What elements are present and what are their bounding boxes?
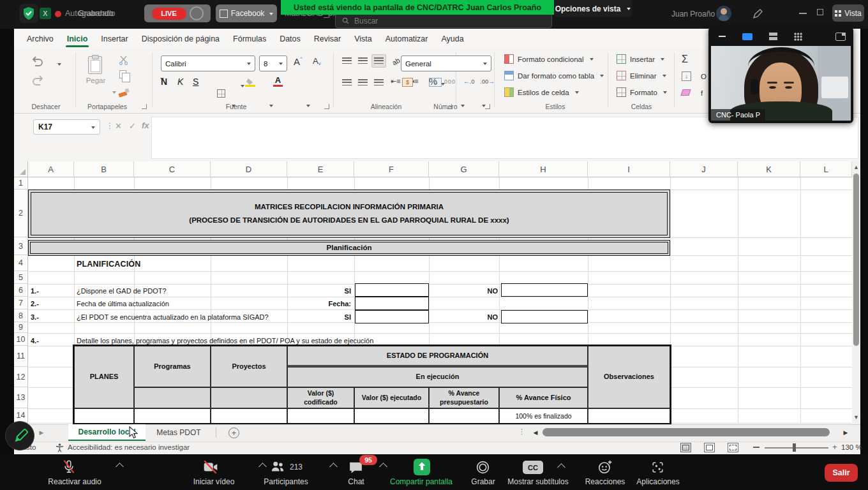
restore-window-icon[interactable] <box>817 9 823 15</box>
table-header-avance-presupuestario[interactable]: % Avance presupuestario <box>429 387 499 408</box>
tab-ayuda[interactable]: Ayuda <box>440 31 465 47</box>
hscroll-left-arrow[interactable]: ◀ <box>531 428 540 437</box>
paste-icon[interactable] <box>87 55 103 74</box>
q3-si-input[interactable] <box>355 310 429 323</box>
table-cell-h14-note[interactable]: 100% es finalizado <box>499 408 588 424</box>
live-stream-pill[interactable]: LIVE <box>144 4 211 22</box>
undo-icon[interactable] <box>31 55 45 66</box>
accounting-format-icon[interactable]: $ <box>402 78 413 87</box>
annotation-pencil-fab[interactable] <box>5 421 34 450</box>
captions-caret[interactable] <box>557 463 565 471</box>
unmute-button[interactable]: Reactivar audio <box>24 454 126 490</box>
name-box[interactable]: K17 <box>33 119 100 135</box>
table-cell-f14[interactable] <box>354 408 429 424</box>
view-mode-button[interactable]: Vista <box>832 4 864 22</box>
copy-icon[interactable] <box>119 70 126 78</box>
tab-datos[interactable]: Datos <box>278 31 302 47</box>
vertical-scroll-thumb[interactable] <box>853 174 859 346</box>
redo-icon[interactable] <box>31 74 45 85</box>
scroll-up-arrow[interactable]: ▲ <box>852 163 860 171</box>
select-all-corner[interactable] <box>14 161 28 177</box>
format-painter-icon[interactable] <box>117 86 130 98</box>
zoom-slider-thumb[interactable] <box>793 443 796 452</box>
facebook-stream-button[interactable]: Facebook <box>216 4 277 22</box>
cut-icon[interactable] <box>119 56 130 65</box>
hscroll-right-arrow[interactable]: ▶ <box>841 428 850 437</box>
tab-disposicion[interactable]: Disposición de página <box>140 31 221 47</box>
table-header-empty1[interactable] <box>134 387 211 408</box>
tab-inicio[interactable]: Inicio <box>66 31 89 47</box>
table-cell-c14[interactable] <box>134 408 211 424</box>
stack-view-icon[interactable] <box>769 33 777 40</box>
conditional-formatting-button[interactable]: Formato condicional <box>504 54 594 64</box>
decrease-font-icon[interactable]: Av <box>313 56 321 66</box>
format-as-table-button[interactable]: Dar formato como tabla <box>504 71 604 80</box>
tab-vista[interactable]: Vista <box>353 31 373 47</box>
audio-options-caret[interactable] <box>116 463 124 471</box>
apps-button[interactable]: Aplicaciones <box>620 454 696 490</box>
zoom-level[interactable]: 130 % <box>841 443 862 451</box>
tab-revisar[interactable]: Revisar <box>313 31 342 47</box>
number-dialog-launcher[interactable] <box>485 104 490 109</box>
q2-fecha-input[interactable] <box>355 297 429 310</box>
increase-font-icon[interactable]: A^ <box>294 56 303 67</box>
annotate-pencil-icon[interactable] <box>752 8 763 20</box>
align-middle-icon[interactable] <box>358 57 368 64</box>
accessibility-status[interactable]: Accesibilidad: es necesario investigar <box>68 443 190 451</box>
confirm-entry-icon[interactable]: ✓ <box>129 121 136 131</box>
table-header-valor-codificado[interactable]: Valor ($) codificado <box>287 387 354 408</box>
decrease-indent-icon[interactable]: ⇤≡ <box>391 77 401 85</box>
avatar[interactable] <box>716 6 731 21</box>
table-header-estado[interactable]: ESTADO DE PROGRAMACIÓN <box>287 346 588 367</box>
font-name-combo[interactable]: Calibri <box>161 56 255 71</box>
fill-icon[interactable]: ↓ <box>682 71 691 81</box>
italic-icon[interactable]: K <box>177 77 183 87</box>
leave-meeting-button[interactable]: Salir <box>825 464 858 482</box>
table-header-proyectos[interactable]: Proyectos <box>211 346 287 387</box>
insert-function-icon[interactable]: fx <box>142 121 149 130</box>
font-color-icon[interactable]: A <box>273 75 283 87</box>
autosum-icon[interactable]: Σ <box>682 54 688 65</box>
comma-style-icon[interactable]: 000 <box>444 78 456 85</box>
align-left-icon[interactable] <box>342 79 352 86</box>
table-cell-g14[interactable] <box>429 408 499 424</box>
table-header-planes[interactable]: PLANES <box>74 346 134 408</box>
format-cells-button[interactable]: Formato <box>617 87 667 97</box>
underline-icon[interactable]: S <box>193 77 198 87</box>
sheet-tab-metas-pdot[interactable]: Metas PDOT <box>146 424 212 441</box>
paste-dropdown[interactable] <box>112 91 116 96</box>
table-header-empty2[interactable] <box>211 387 287 408</box>
participant-video-panel[interactable]: CNC- Paola P <box>708 27 853 123</box>
search-box[interactable]: Buscar <box>335 13 552 28</box>
table-header-valor-ejecutado[interactable]: Valor ($) ejecutado <box>354 387 429 408</box>
tab-formulas[interactable]: Fórmulas <box>232 31 267 47</box>
table-cell-b14[interactable] <box>74 408 134 424</box>
font-color-dropdown[interactable] <box>306 105 310 109</box>
tab-insertar[interactable]: Insertar <box>100 31 129 47</box>
gallery-view-icon[interactable] <box>794 33 802 41</box>
section-header-cell[interactable]: Planificación <box>28 240 670 256</box>
q1-no-input[interactable] <box>501 283 588 297</box>
delete-cells-button[interactable]: Eliminar <box>617 71 666 80</box>
table-header-avance-fisico[interactable]: % Avance Físico <box>499 387 588 408</box>
table-cell-d14[interactable] <box>211 408 287 424</box>
bold-icon[interactable]: N <box>161 77 167 87</box>
add-sheet-button[interactable]: + <box>228 427 239 438</box>
table-header-ejecucion[interactable]: En ejecución <box>287 367 588 387</box>
cancel-entry-icon[interactable]: ✕ <box>115 121 122 131</box>
scroll-down-arrow[interactable]: ▼ <box>852 413 860 421</box>
zoom-slider-track[interactable] <box>765 447 828 449</box>
borders-icon[interactable] <box>217 89 225 98</box>
table-cell-i14[interactable] <box>588 408 670 424</box>
zoom-in-button[interactable]: + <box>832 444 839 450</box>
tab-nav-right-icon[interactable]: ▶ <box>37 428 46 437</box>
page-layout-view-icon[interactable] <box>704 443 715 452</box>
active-speaker-view-icon[interactable] <box>742 33 752 40</box>
q3-no-input[interactable] <box>501 310 588 323</box>
insert-cells-button[interactable]: Insertar <box>617 54 664 64</box>
font-dialog-launcher[interactable] <box>324 104 329 109</box>
tab-archivo[interactable]: Archivo <box>26 31 55 47</box>
undo-dropdown[interactable] <box>57 63 61 68</box>
number-format-combo[interactable]: General <box>401 56 491 71</box>
minimize-video-icon[interactable] <box>719 36 726 37</box>
